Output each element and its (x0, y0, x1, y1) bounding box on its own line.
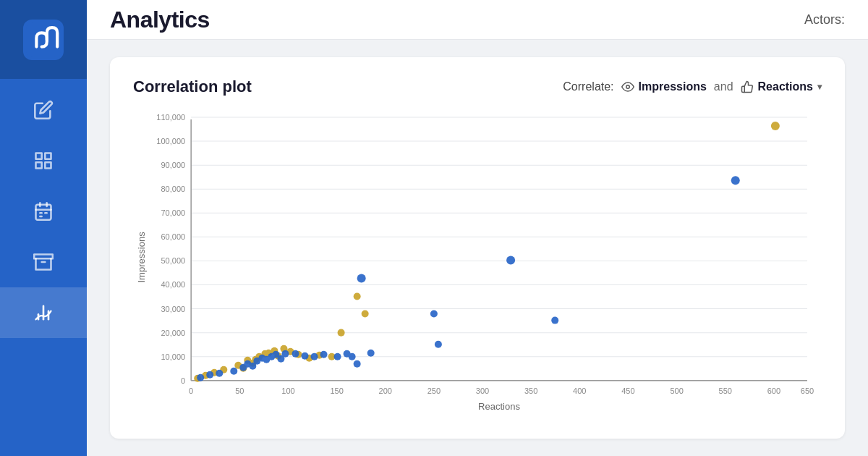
dropdown-arrow-icon: ▾ (817, 82, 822, 92)
svg-text:450: 450 (621, 387, 634, 395)
svg-text:10,000: 10,000 (161, 352, 185, 361)
svg-point-102 (334, 353, 341, 360)
gold-data-points (194, 122, 780, 382)
svg-text:0: 0 (189, 387, 193, 395)
svg-text:110,000: 110,000 (156, 113, 185, 122)
svg-text:40,000: 40,000 (161, 281, 185, 290)
svg-point-84 (197, 374, 204, 381)
svg-text:Impressions: Impressions (136, 232, 147, 283)
impressions-metric: Impressions (621, 80, 707, 93)
svg-text:200: 200 (379, 387, 392, 395)
sidebar (0, 0, 87, 456)
svg-rect-1 (36, 153, 42, 159)
scatter-plot: 0 10,000 20,000 30,000 4 (133, 111, 822, 418)
svg-text:300: 300 (476, 387, 489, 395)
svg-text:30,000: 30,000 (161, 305, 185, 313)
svg-text:Reactions: Reactions (478, 401, 520, 412)
svg-point-81 (354, 293, 361, 300)
chart-container: Correlation plot Correlate: Impressions … (87, 40, 868, 456)
svg-point-100 (311, 353, 318, 360)
svg-point-109 (435, 341, 442, 348)
chart-title: Correlation plot (133, 77, 252, 96)
svg-text:60,000: 60,000 (161, 232, 185, 241)
sidebar-item-dashboard[interactable] (0, 135, 87, 186)
svg-text:650: 650 (801, 387, 814, 395)
svg-point-86 (216, 370, 223, 377)
logo-icon (23, 20, 64, 60)
svg-point-97 (281, 350, 289, 358)
svg-text:550: 550 (719, 387, 732, 395)
sidebar-nav (0, 79, 87, 456)
svg-text:100: 100 (281, 387, 294, 395)
sidebar-logo[interactable] (0, 0, 87, 79)
svg-point-107 (367, 350, 375, 357)
svg-text:100,000: 100,000 (156, 137, 185, 145)
blue-data-points (197, 176, 740, 381)
sidebar-item-calendar[interactable] (0, 186, 87, 237)
svg-text:70,000: 70,000 (161, 208, 185, 217)
main-content: Analytics Actors: Correlation plot Corre… (87, 0, 868, 456)
svg-text:150: 150 (330, 387, 343, 395)
svg-rect-12 (34, 255, 53, 259)
sidebar-item-analytics[interactable] (0, 287, 87, 338)
sidebar-item-inbox[interactable] (0, 237, 87, 287)
svg-point-80 (338, 329, 345, 337)
svg-point-98 (292, 350, 299, 358)
svg-rect-3 (36, 162, 42, 168)
svg-text:400: 400 (573, 387, 586, 395)
chart-card: Correlation plot Correlate: Impressions … (110, 57, 845, 439)
svg-point-82 (362, 311, 369, 318)
sidebar-item-edit[interactable] (0, 85, 87, 135)
svg-text:50: 50 (235, 387, 244, 395)
and-label: and (714, 80, 733, 93)
svg-text:50,000: 50,000 (161, 257, 185, 266)
chart-body: 0 10,000 20,000 30,000 4 (133, 111, 822, 418)
svg-rect-4 (45, 162, 51, 168)
reactions-label: Reactions (758, 80, 813, 93)
correlate-controls: Correlate: Impressions and (563, 80, 822, 93)
correlate-label: Correlate: (563, 80, 613, 93)
svg-point-106 (357, 274, 366, 283)
eye-icon (621, 80, 634, 93)
svg-text:90,000: 90,000 (161, 161, 185, 169)
svg-point-104 (349, 353, 356, 360)
svg-rect-5 (36, 205, 51, 220)
svg-text:600: 600 (767, 387, 780, 395)
svg-point-83 (771, 122, 780, 130)
impressions-label: Impressions (639, 80, 707, 93)
thumbs-up-icon (741, 80, 754, 93)
svg-text:20,000: 20,000 (161, 329, 185, 337)
actors-label: Actors: (804, 12, 845, 28)
svg-text:500: 500 (670, 387, 683, 395)
svg-point-105 (354, 360, 361, 368)
svg-point-87 (230, 368, 237, 375)
svg-point-112 (731, 176, 740, 185)
svg-point-101 (320, 351, 328, 358)
topbar: Analytics Actors: (87, 0, 868, 40)
svg-text:250: 250 (427, 387, 441, 395)
svg-text:0: 0 (181, 376, 185, 385)
svg-point-111 (551, 317, 558, 324)
svg-text:350: 350 (524, 387, 537, 395)
svg-point-108 (430, 311, 438, 318)
app-container: Analytics Actors: Correlation plot Corre… (0, 0, 868, 456)
svg-text:80,000: 80,000 (161, 185, 185, 193)
svg-point-85 (206, 371, 213, 379)
svg-point-17 (626, 85, 629, 89)
svg-rect-2 (45, 153, 51, 159)
svg-point-110 (506, 256, 515, 265)
chart-header: Correlation plot Correlate: Impressions … (133, 77, 822, 96)
page-title: Analytics (110, 7, 210, 33)
reactions-dropdown[interactable]: Reactions ▾ (741, 80, 822, 93)
y-axis: 0 10,000 20,000 30,000 4 (136, 113, 807, 385)
x-axis: 0 50 100 150 200 250 300 350 400 450 500… (189, 381, 814, 412)
svg-point-99 (301, 352, 308, 360)
